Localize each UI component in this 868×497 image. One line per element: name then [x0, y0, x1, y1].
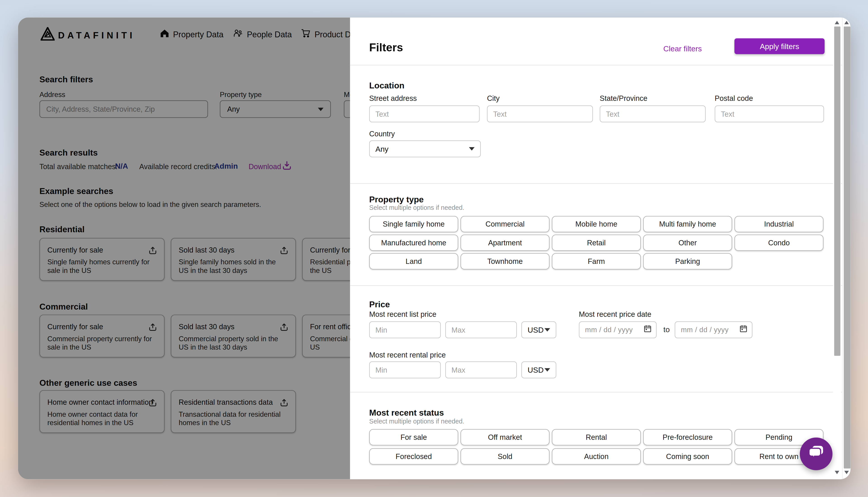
status-option[interactable]: Rental	[552, 429, 641, 445]
list-price-label: Most recent list price	[369, 310, 436, 318]
price-date-label: Most recent price date	[579, 310, 651, 318]
pill-label: Commercial	[486, 220, 525, 228]
property-type-option[interactable]: Manufactured home	[369, 235, 458, 251]
rental-price-label: Most recent rental price	[369, 351, 446, 359]
postal-code-input[interactable]	[715, 105, 824, 122]
pill-label: Sold	[498, 452, 512, 460]
pill-label: Condo	[768, 239, 790, 247]
city-label: City	[487, 94, 500, 102]
scroll-up-arrow-icon[interactable]	[844, 21, 849, 24]
price-date-end-input[interactable]: mm / dd / yyyy	[675, 321, 752, 338]
date-placeholder: mm / dd / yyyy	[585, 326, 633, 334]
pill-label: Coming soon	[666, 452, 709, 460]
scroll-up-arrow-icon[interactable]	[835, 21, 839, 24]
postal-code-label: Postal code	[715, 94, 753, 102]
divider	[350, 183, 842, 184]
street-address-label: Street address	[369, 94, 417, 102]
currency-value: USD	[527, 326, 544, 334]
pill-label: Retail	[587, 239, 606, 247]
property-type-option[interactable]: Single family home	[369, 216, 458, 232]
pill-label: Other	[679, 239, 697, 247]
status-help: Select multiple options if needed.	[369, 418, 464, 425]
status-option[interactable]: Coming soon	[643, 448, 732, 465]
status-option[interactable]: Pre-foreclosure	[643, 429, 732, 445]
pill-label: Apartment	[488, 239, 522, 247]
property-type-option[interactable]: Mobile home	[552, 216, 641, 232]
scroll-down-arrow-icon[interactable]	[844, 471, 849, 474]
property-type-option[interactable]: Farm	[552, 253, 641, 270]
pill-label: Pre-foreclosure	[663, 433, 713, 441]
state-province-label: State/Province	[600, 94, 647, 102]
chevron-down-icon	[545, 328, 550, 331]
pill-label: Townhome	[487, 257, 523, 266]
property-type-help: Select multiple options if needed.	[369, 204, 464, 211]
rental-price-max-input[interactable]	[445, 361, 517, 378]
clear-filters-button[interactable]: Clear filters	[654, 44, 711, 53]
pill-label: Industrial	[764, 220, 794, 228]
pill-label: Auction	[584, 452, 608, 460]
country-label: Country	[369, 130, 395, 138]
pill-label: Foreclosed	[395, 452, 432, 460]
property-type-option[interactable]: Industrial	[734, 216, 823, 232]
pill-label: Pending	[766, 433, 793, 441]
status-option[interactable]: Sold	[461, 448, 550, 465]
page-scrollbar-thumb[interactable]	[844, 27, 851, 469]
divider	[350, 285, 842, 286]
street-address-input[interactable]	[369, 105, 480, 122]
pill-label: Rental	[586, 433, 607, 441]
rental-price-currency-select[interactable]: USD	[521, 361, 556, 378]
pill-label: Rent to own	[760, 452, 799, 460]
property-type-option[interactable]: Retail	[552, 235, 641, 251]
price-date-start-input[interactable]: mm / dd / yyyy	[579, 321, 657, 338]
screen: DATAFINITI Property Data People Data	[0, 0, 868, 497]
chevron-down-icon	[545, 368, 550, 371]
location-heading: Location	[369, 81, 404, 90]
pill-label: Multi family home	[659, 220, 716, 228]
property-type-option[interactable]: Townhome	[461, 253, 550, 270]
property-type-option[interactable]: Apartment	[461, 235, 550, 251]
panel-scrollbar-thumb[interactable]	[834, 27, 840, 356]
pill-label: Farm	[588, 257, 605, 266]
country-value: Any	[375, 145, 389, 153]
status-option[interactable]: Off market	[461, 429, 550, 445]
property-type-option[interactable]: Other	[643, 235, 732, 251]
property-type-option[interactable]: Commercial	[461, 216, 550, 232]
pill-label: Mobile home	[575, 220, 617, 228]
filters-title: Filters	[369, 41, 403, 54]
list-price-min-input[interactable]	[369, 321, 441, 338]
property-type-heading: Property type	[369, 195, 424, 204]
divider	[350, 392, 842, 392]
calendar-icon[interactable]	[644, 325, 652, 335]
scroll-down-arrow-icon[interactable]	[835, 471, 839, 474]
property-type-option[interactable]: Condo	[734, 235, 823, 251]
date-placeholder: mm / dd / yyyy	[681, 326, 728, 334]
country-select[interactable]: Any	[369, 140, 481, 157]
city-input[interactable]	[487, 105, 593, 122]
currency-value: USD	[527, 366, 544, 374]
list-price-currency-select[interactable]: USD	[521, 321, 556, 338]
pill-label: Off market	[488, 433, 522, 441]
chat-bubbles-icon	[807, 444, 825, 464]
property-type-option[interactable]: Multi family home	[643, 216, 732, 232]
pill-label: Land	[406, 257, 422, 266]
status-option[interactable]: For sale	[369, 429, 458, 445]
rental-price-min-input[interactable]	[369, 361, 441, 378]
status-option[interactable]: Foreclosed	[369, 448, 458, 465]
calendar-icon[interactable]	[739, 325, 747, 335]
panel-scrollbar	[833, 17, 841, 479]
pill-label: Parking	[675, 257, 700, 266]
pill-label: Manufactured home	[381, 239, 446, 247]
page-scrollbar	[842, 17, 850, 479]
filters-panel: Filters Clear filters Apply filters Loca…	[350, 17, 842, 479]
apply-filters-button[interactable]: Apply filters	[734, 39, 825, 54]
chat-widget-button[interactable]	[800, 438, 833, 470]
price-heading: Price	[369, 299, 390, 309]
pill-label: Single family home	[383, 220, 445, 228]
list-price-max-input[interactable]	[445, 321, 517, 338]
pill-label: For sale	[401, 433, 427, 441]
state-province-input[interactable]	[600, 105, 706, 122]
status-option[interactable]: Auction	[552, 448, 641, 465]
property-type-option[interactable]: Parking	[643, 253, 732, 270]
status-heading: Most recent status	[369, 408, 444, 417]
property-type-option[interactable]: Land	[369, 253, 458, 270]
